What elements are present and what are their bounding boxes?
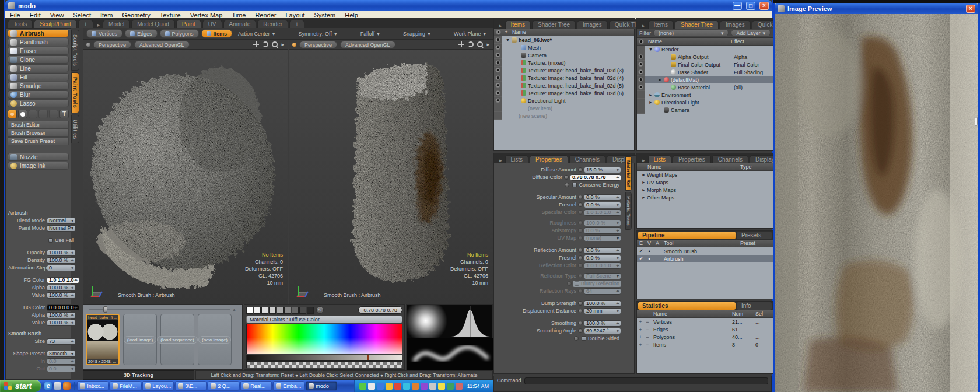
expand-plus-icon[interactable]: +	[637, 342, 644, 348]
spinner-icon[interactable]: ◂▸	[616, 289, 619, 293]
layout-tab[interactable]: Sculpt/Paint	[34, 20, 76, 28]
viewport-left[interactable]: Perspective Advanced OpenGL ▸ No Items C…	[83, 40, 288, 304]
spinner-icon[interactable]: ◂▸	[616, 228, 619, 233]
component-mode-button[interactable]: Polygons	[160, 29, 199, 38]
pipeline-row[interactable]: ✔ • Smooth Brush	[637, 247, 773, 255]
property-field[interactable]: Double Sided ◂▸ ▾	[580, 335, 621, 342]
shader-row[interactable]: ► Environment	[637, 91, 773, 99]
spinner-icon[interactable]: ◂▸	[71, 339, 74, 344]
item-row[interactable]: Texture: Image: head_bake_final_02d (3)	[494, 66, 634, 74]
checkbox[interactable]	[582, 336, 586, 341]
brush-shape-soft-icon[interactable]	[8, 110, 17, 118]
enable-check-icon[interactable]: ✔	[637, 256, 645, 261]
property-field[interactable]: 64 ◂▸ ▾	[584, 288, 621, 295]
image-placeholder-tile[interactable]: (new image)	[198, 314, 232, 365]
property-field[interactable]: 100.0 % ◂▸ ▾	[47, 285, 76, 291]
maximize-button[interactable]: □	[746, 2, 755, 10]
panel-tab[interactable]: Properties	[673, 155, 711, 163]
property-field[interactable]: 89.5247 ° ◂▸ ▾	[584, 328, 621, 334]
tray-icon[interactable]	[386, 383, 393, 390]
effect-value[interactable]: Alpha	[731, 53, 773, 61]
tab-scroll-arrow-icon[interactable]: ▸	[496, 23, 505, 29]
effect-value[interactable]: (all)	[731, 83, 773, 91]
menu-item[interactable]: Geometry	[117, 12, 155, 19]
property-field[interactable]: 0.0 % ◂▸ ▾	[584, 202, 621, 208]
property-field[interactable]: 1.0 1.0 1.0 ◂▸ ▾	[47, 277, 79, 284]
shading-mode-dropdown[interactable]: Advanced OpenGL	[134, 41, 190, 48]
visibility-eye-icon[interactable]	[495, 68, 501, 73]
shader-row[interactable]: ► (defaultMat)	[637, 76, 773, 83]
effect-value[interactable]	[731, 106, 773, 114]
tray-icon[interactable]	[394, 383, 401, 390]
thumbnail-size-slider[interactable]: ▲	[83, 305, 242, 314]
expand-plus-icon[interactable]: +	[637, 334, 644, 340]
property-field[interactable]: 0.0 % ◂▸ ▾	[584, 255, 621, 261]
menu-item[interactable]: Render	[250, 12, 281, 19]
channel-toggle-icon[interactable]	[578, 289, 583, 293]
channel-toggle-icon[interactable]	[578, 248, 583, 253]
property-field[interactable]: 100.0 % ◂▸ ▾	[47, 320, 76, 326]
expand-plus-icon[interactable]: +	[637, 327, 644, 332]
property-field[interactable]: 0.0 % ◂▸ ▾	[584, 194, 621, 201]
property-field[interactable]: 0.0 % ◂▸ ▾	[584, 228, 621, 234]
panel-tab[interactable]: Images	[720, 20, 751, 29]
spinner-icon[interactable]: ◂▸	[71, 320, 74, 325]
panel-tab[interactable]: Channels	[712, 155, 748, 163]
map-row[interactable]: ► Morph Maps	[637, 186, 773, 194]
brush-link-button[interactable]: Brush Editor	[8, 121, 69, 129]
visibility-eye-icon[interactable]	[638, 77, 643, 82]
item-row[interactable]: ▼ head_06.lwo*	[494, 36, 634, 44]
viewport-thumb-icon[interactable]	[86, 43, 90, 47]
toolbar-dropdown[interactable]: Symmetry: Off ▾	[295, 31, 341, 37]
property-field[interactable]: 15.0 % ◂▸ ▾	[584, 167, 621, 173]
pan-icon[interactable]	[253, 41, 260, 48]
spinner-icon[interactable]: ◂▸	[616, 167, 619, 172]
gray-swatch[interactable]	[292, 307, 299, 314]
brush-link-button[interactable]: Brush Browser	[8, 129, 69, 137]
filter-dropdown[interactable]: (none) ▾	[653, 29, 729, 37]
tray-icon[interactable]	[429, 383, 436, 390]
extra-tool-button[interactable]: Nozzle	[8, 153, 69, 161]
layout-tab[interactable]: +	[78, 20, 93, 28]
tray-icon[interactable]	[412, 383, 419, 390]
clock[interactable]: 11:54 AM	[467, 383, 489, 389]
menu-item[interactable]: File	[5, 12, 25, 19]
spinner-icon[interactable]: ◂▸	[616, 195, 619, 200]
statistics-tab[interactable]: Statistics	[638, 302, 736, 310]
effect-value[interactable]	[731, 76, 773, 83]
channel-toggle-icon[interactable]	[564, 175, 569, 180]
visibility-eye-icon[interactable]	[638, 54, 643, 60]
material-vertical-tab[interactable]: Material Ref	[625, 156, 632, 191]
shader-row[interactable]: Final Color Output Final Color	[637, 61, 773, 68]
layout-tab[interactable]: Render	[257, 20, 288, 28]
tray-icon[interactable]	[456, 383, 463, 390]
tool-button[interactable]: Eraser	[8, 47, 69, 55]
menu-item[interactable]: View	[46, 12, 69, 19]
gray-swatch[interactable]	[246, 307, 253, 314]
effect-value[interactable]: Full Shading	[731, 68, 773, 76]
expand-plus-icon[interactable]: +	[637, 319, 644, 325]
item-row[interactable]: Texture: Image: head_bake_final_02d (4)	[494, 74, 634, 82]
show-desktop-icon[interactable]	[54, 382, 61, 390]
tool-button[interactable]: Blur	[8, 90, 69, 99]
sidebar-vertical-tab[interactable]: Paint Tools	[71, 72, 79, 113]
text-brush-button[interactable]: T	[60, 110, 69, 118]
tool-button[interactable]: Clone	[8, 55, 69, 64]
property-field[interactable]: 0.0 ◂▸ ▾	[47, 366, 76, 372]
menu-item[interactable]: Edit	[25, 12, 46, 19]
hue-saturation-field[interactable]	[246, 324, 402, 354]
item-row[interactable]: Texture: Image: head_bake_final_02d (5)	[494, 82, 634, 89]
image-placeholder-tile[interactable]: (load sequence)	[160, 314, 194, 365]
add-layer-dropdown[interactable]: Add Layer ▾	[731, 29, 771, 37]
channel-toggle-icon[interactable]	[578, 301, 583, 306]
tool-button[interactable]: Fill	[8, 73, 69, 81]
spinner-icon[interactable]: ◂▸	[71, 366, 74, 371]
brush-shape-hard-icon[interactable]	[18, 110, 27, 118]
toolbar-dropdown[interactable]: Action Center ▾	[235, 31, 278, 37]
channel-toggle-icon[interactable]	[578, 256, 583, 260]
zoom-icon[interactable]	[477, 41, 484, 48]
channel-toggle-icon[interactable]	[565, 183, 569, 187]
layout-tab[interactable]: Animate	[223, 20, 257, 28]
menu-item[interactable]: System	[310, 12, 341, 19]
layout-tab[interactable]: Model Quad	[131, 20, 174, 28]
